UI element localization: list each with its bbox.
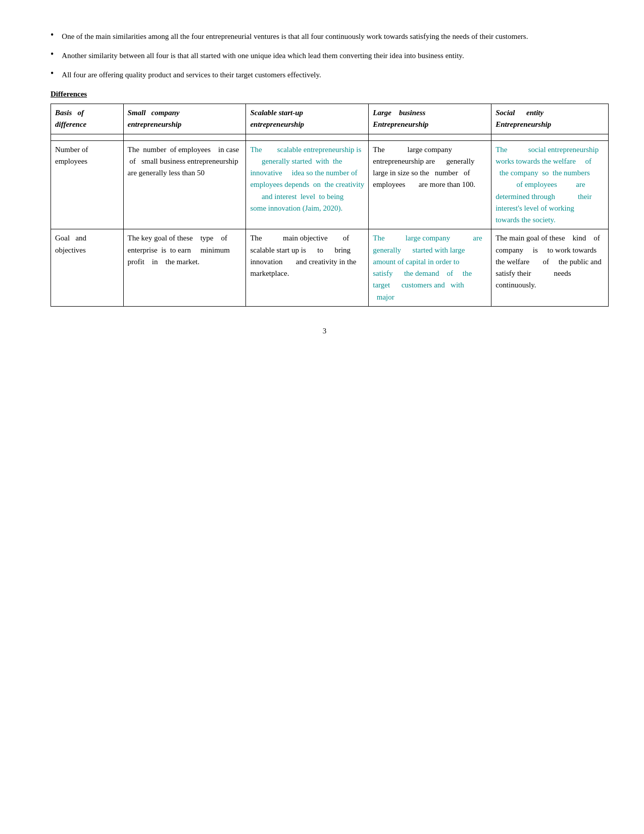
differences-table: Basis ofdifference Small companyentrepre… — [51, 104, 609, 307]
cell-employees-small: The number of employees in case of small… — [123, 140, 246, 229]
bullet-item-3: All four are offering quality product an… — [45, 69, 604, 81]
header-small-company: Small companyentrepreneurship — [123, 104, 246, 134]
table-header-row: Basis ofdifference Small companyentrepre… — [51, 104, 609, 134]
cell-employees-large: The large company entrepreneurship are g… — [369, 140, 491, 229]
cell-goals-basis: Goal and objectives — [51, 229, 124, 307]
header-social: Social entityEntrepreneurship — [491, 104, 609, 134]
table-row-employees: Number of employees The number of employ… — [51, 140, 609, 229]
cell-goals-scalable: The main objective of scalable start up … — [246, 229, 369, 307]
bullet-text-3: All four are offering quality product an… — [62, 69, 321, 81]
bullet-text-2: Another similarity between all four is t… — [62, 50, 464, 62]
cell-employees-scalable: The scalable entrepreneurship is general… — [246, 140, 369, 229]
cell-goals-small: The key goal of these type of enterprise… — [123, 229, 246, 307]
bullet-item-1: One of the main similarities among all t… — [45, 30, 604, 42]
bullet-text-1: One of the main similarities among all t… — [62, 30, 528, 42]
page-number: 3 — [45, 327, 604, 335]
header-large: Large businessEntrepreneurship — [369, 104, 491, 134]
cell-goals-large: The large company are generally started … — [369, 229, 491, 307]
header-scalable: Scalable start-upentrepreneurship — [246, 104, 369, 134]
header-spacer-row — [51, 134, 609, 140]
cell-goals-social: The main goal of these kind of company i… — [491, 229, 609, 307]
header-basis: Basis ofdifference — [51, 104, 124, 134]
bullet-list: One of the main similarities among all t… — [45, 30, 604, 81]
bullet-item-2: Another similarity between all four is t… — [45, 50, 604, 62]
table-row-goals: Goal and objectives The key goal of thes… — [51, 229, 609, 307]
cell-employees-basis: Number of employees — [51, 140, 124, 229]
differences-heading: Differences — [51, 90, 604, 99]
cell-employees-social: The social entrepreneurship works toward… — [491, 140, 609, 229]
